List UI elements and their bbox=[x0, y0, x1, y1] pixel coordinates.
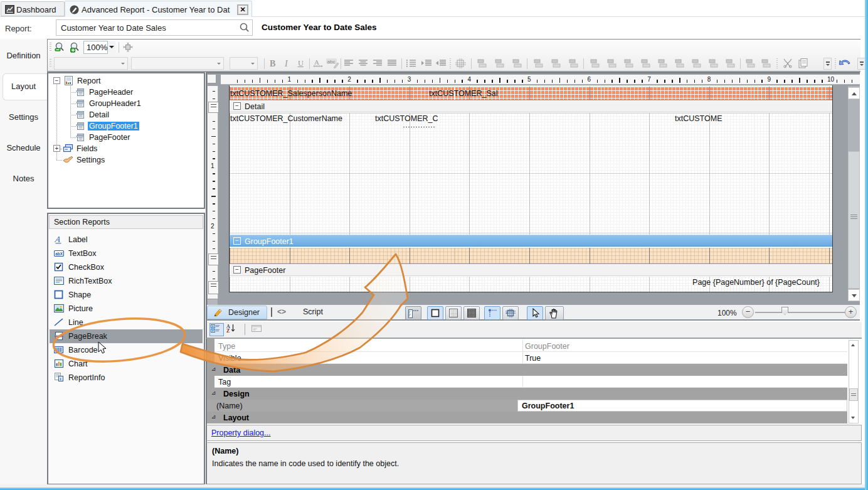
svg-text:A: A bbox=[314, 58, 319, 66]
svg-text:I: I bbox=[284, 59, 288, 68]
svg-text:A: A bbox=[54, 235, 61, 244]
svg-text:Z: Z bbox=[226, 328, 230, 333]
svg-text:U: U bbox=[298, 59, 304, 68]
svg-text:abX: abX bbox=[55, 252, 63, 256]
svg-text:i: i bbox=[60, 376, 61, 381]
svg-text:abc: abc bbox=[327, 59, 336, 65]
svg-text:B: B bbox=[270, 59, 275, 68]
